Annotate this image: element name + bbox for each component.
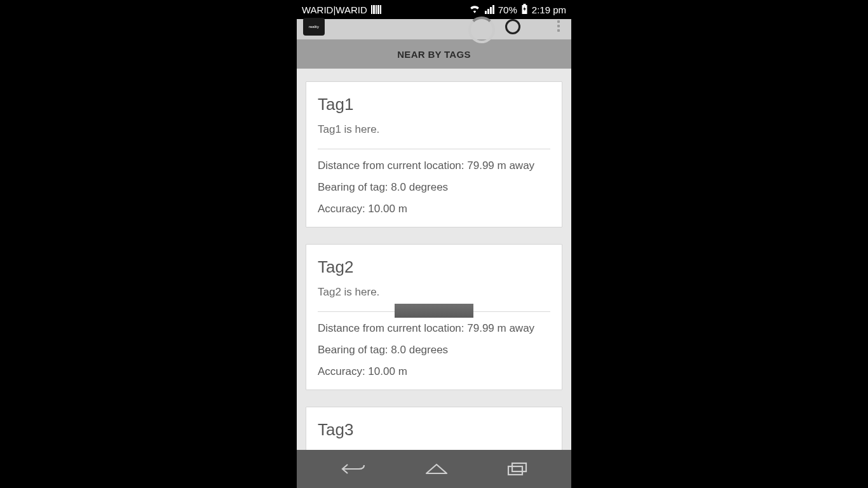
tag-card[interactable]: Tag1 Tag1 is here. Distance from current… bbox=[306, 81, 562, 227]
loading-spinner-icon bbox=[468, 17, 495, 43]
tag-title: Tag2 bbox=[318, 257, 550, 277]
clock-label: 2:19 pm bbox=[532, 4, 566, 15]
section-title: NEAR BY TAGS bbox=[397, 49, 471, 60]
app-bar: reality bbox=[297, 19, 571, 39]
battery-icon bbox=[521, 4, 528, 16]
signal-icon bbox=[484, 5, 494, 14]
back-button[interactable] bbox=[340, 462, 367, 476]
tag-title: Tag1 bbox=[318, 95, 550, 114]
content-area[interactable]: Tag1 Tag1 is here. Distance from current… bbox=[297, 69, 571, 450]
status-dot-icon bbox=[505, 19, 520, 34]
overflow-menu-icon[interactable] bbox=[557, 20, 560, 32]
section-header: NEAR BY TAGS bbox=[297, 39, 571, 69]
toast-bar bbox=[395, 304, 473, 318]
barcode-icon bbox=[371, 5, 381, 14]
tag-subtitle: Tag2 is here. bbox=[318, 286, 550, 299]
app-icon[interactable]: reality bbox=[303, 18, 325, 36]
tag-distance: Distance from current location: 79.99 m … bbox=[318, 322, 550, 335]
tag-bearing: Bearing of tag: 8.0 degrees bbox=[318, 344, 550, 356]
home-button[interactable] bbox=[424, 462, 449, 476]
tag-title: Tag3 bbox=[318, 420, 550, 440]
tag-subtitle: Tag1 is here. bbox=[318, 123, 550, 136]
divider bbox=[318, 149, 550, 149]
tag-accuracy: Accuracy: 10.00 m bbox=[318, 365, 550, 378]
nav-bar bbox=[297, 450, 571, 488]
tag-distance: Distance from current location: 79.99 m … bbox=[318, 159, 550, 172]
carrier-label: WARID|WARID bbox=[302, 4, 367, 15]
tag-card[interactable]: Tag3 bbox=[306, 407, 562, 450]
tag-bearing: Bearing of tag: 8.0 degrees bbox=[318, 181, 550, 194]
svg-rect-0 bbox=[508, 466, 522, 475]
svg-rect-1 bbox=[512, 463, 526, 471]
recent-apps-button[interactable] bbox=[506, 461, 528, 477]
wifi-icon bbox=[469, 4, 480, 15]
phone-frame: WARID|WARID 70% 2:19 pm reality NEAR B bbox=[297, 0, 571, 488]
battery-pct: 70% bbox=[498, 4, 517, 15]
status-bar: WARID|WARID 70% 2:19 pm bbox=[297, 0, 571, 19]
tag-accuracy: Accuracy: 10.00 m bbox=[318, 203, 550, 215]
